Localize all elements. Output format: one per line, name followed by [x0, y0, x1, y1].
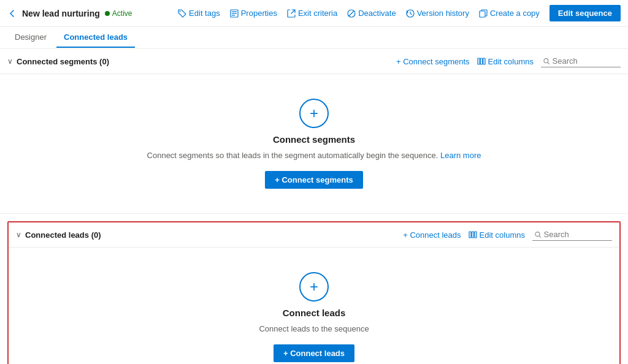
leads-search-box[interactable]: [532, 229, 612, 241]
leads-section-header: ∨ Connected leads (0) + Connect leads Ed…: [9, 222, 619, 248]
edit-sequence-button[interactable]: Edit sequence: [550, 5, 621, 21]
segments-search-input[interactable]: [553, 56, 618, 66]
learn-more-link[interactable]: Learn more: [440, 151, 481, 160]
create-copy-button[interactable]: Create a copy: [479, 9, 540, 18]
tab-connected-leads[interactable]: Connected leads: [56, 28, 135, 48]
segments-search-box[interactable]: [541, 55, 621, 67]
deactivate-button[interactable]: Deactivate: [347, 9, 396, 18]
segments-toggle[interactable]: ∨: [7, 57, 13, 66]
header-actions: Edit tags Properties Exit criteria Dea: [178, 5, 621, 21]
svg-rect-9: [478, 58, 480, 64]
tab-designer[interactable]: Designer: [7, 28, 54, 48]
version-history-button[interactable]: Version history: [406, 9, 469, 18]
connect-leads-button[interactable]: + Connect leads: [274, 344, 354, 362]
segments-section-actions: + Connect segments Edit columns: [396, 55, 621, 67]
page-header: New lead nurturing Active Edit tags Prop…: [0, 0, 628, 27]
tabs-bar: Designer Connected leads: [0, 27, 628, 49]
edit-tags-button[interactable]: Edit tags: [178, 9, 220, 18]
search-icon: [543, 58, 550, 65]
connect-segments-header-button[interactable]: + Connect segments: [396, 57, 470, 66]
svg-line-13: [548, 62, 550, 64]
svg-rect-15: [472, 232, 473, 238]
edit-columns-segments-button[interactable]: Edit columns: [477, 57, 534, 66]
leads-empty-desc: Connect leads to the sequence: [259, 324, 369, 333]
segments-empty-desc: Connect segments so that leads in the se…: [147, 151, 481, 160]
segments-section-title: Connected segments (0): [17, 57, 396, 66]
exit-criteria-button[interactable]: Exit criteria: [287, 9, 337, 18]
main-content: ∨ Connected segments (0) + Connect segme…: [0, 49, 628, 364]
segments-empty-title: Connect segments: [273, 134, 355, 145]
back-button[interactable]: [7, 9, 17, 18]
page-title: New lead nurturing: [22, 9, 100, 18]
connect-leads-header-button[interactable]: + Connect leads: [403, 230, 461, 240]
status-dot: [105, 11, 110, 16]
edit-columns-leads-button[interactable]: Edit columns: [469, 230, 525, 240]
leads-empty-title: Connect leads: [283, 308, 346, 318]
leads-search-icon: [535, 231, 542, 238]
leads-empty-state: + Connect leads Connect leads to the seq…: [9, 248, 619, 364]
svg-line-6: [349, 10, 354, 16]
connect-segments-button[interactable]: + Connect segments: [265, 171, 363, 189]
svg-rect-11: [483, 58, 485, 64]
status-badge: Active: [105, 9, 132, 18]
status-label: Active: [112, 9, 132, 18]
svg-rect-14: [469, 232, 471, 238]
plus-icon: +: [310, 105, 318, 122]
svg-line-18: [539, 235, 541, 237]
leads-toggle[interactable]: ∨: [16, 230, 21, 239]
segments-empty-icon: +: [299, 99, 329, 128]
leads-empty-icon: +: [299, 272, 329, 301]
segments-section: ∨ Connected segments (0) + Connect segme…: [0, 49, 628, 214]
leads-plus-icon: +: [310, 278, 318, 295]
segments-empty-state: + Connect segments Connect segments so t…: [0, 74, 628, 213]
svg-rect-16: [475, 232, 477, 238]
properties-button[interactable]: Properties: [230, 9, 277, 18]
svg-rect-10: [480, 58, 482, 64]
leads-section-title: Connected leads (0): [25, 230, 403, 240]
segments-section-header: ∨ Connected segments (0) + Connect segme…: [0, 49, 628, 74]
svg-point-0: [180, 10, 181, 12]
leads-section-actions: + Connect leads Edit columns: [403, 229, 612, 241]
leads-section: ∨ Connected leads (0) + Connect leads Ed…: [7, 221, 621, 364]
leads-search-input[interactable]: [544, 230, 610, 239]
svg-rect-8: [480, 11, 485, 17]
header-left: New lead nurturing Active: [7, 9, 173, 18]
